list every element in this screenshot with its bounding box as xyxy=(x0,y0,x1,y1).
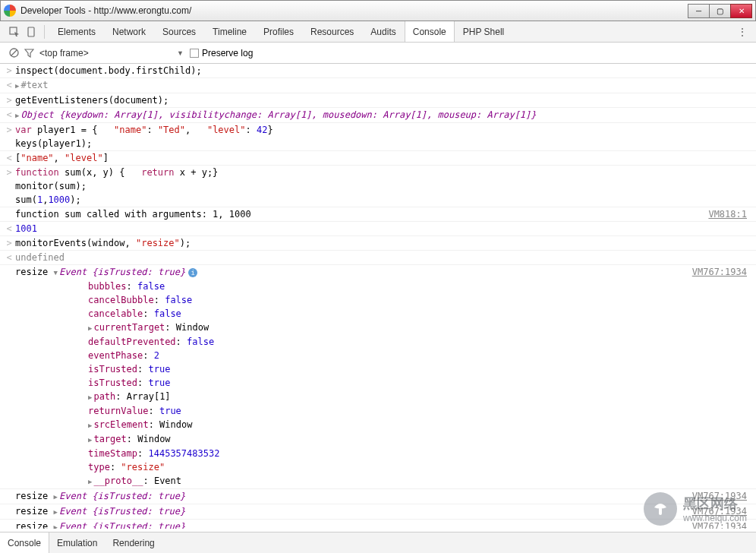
input-marker: > xyxy=(3,93,15,107)
clear-icon[interactable] xyxy=(6,48,21,58)
inspect-icon[interactable] xyxy=(6,27,23,37)
console-content: inspect(document.body.firstChild); xyxy=(15,64,753,77)
blank-marker xyxy=(3,504,15,519)
console-row: resize ▼Event {isTrusted: true}ibubbles:… xyxy=(0,265,756,489)
input-marker: > xyxy=(3,236,15,250)
console-row: resize ▶Event {isTrusted: true}VM767:193… xyxy=(0,520,756,529)
drawer-tabs: ConsoleEmulationRendering xyxy=(0,532,756,553)
source-link[interactable]: VM767:1934 xyxy=(692,265,753,488)
console-row: <▶#text xyxy=(0,78,756,93)
drawer-tab-console[interactable]: Console xyxy=(0,532,49,553)
console-row: resize ▶Event {isTrusted: true}VM767:193… xyxy=(0,489,756,504)
blank-marker xyxy=(3,207,15,221)
console-content: ["name", "level"] xyxy=(15,151,753,165)
input-marker: > xyxy=(3,123,15,150)
tab-elements[interactable]: Elements xyxy=(49,21,104,42)
window-title: Developer Tools - http://www.erongtu.com… xyxy=(20,5,688,16)
console-content: monitorEvents(window, "resize"); xyxy=(15,236,753,250)
console-filterbar: <top frame> ▼ Preserve log xyxy=(0,43,756,64)
output-marker: < xyxy=(3,151,15,165)
minimize-button[interactable]: ─ xyxy=(688,4,710,18)
maximize-button[interactable]: ▢ xyxy=(709,4,731,18)
console-content: resize ▶Event {isTrusted: true} xyxy=(15,520,692,529)
console-content: resize ▶Event {isTrusted: true} xyxy=(15,489,692,504)
chevron-down-icon: ▼ xyxy=(177,49,184,57)
titlebar: Developer Tools - http://www.erongtu.com… xyxy=(0,0,756,21)
output-marker: < xyxy=(3,108,15,122)
blank-marker xyxy=(3,520,15,529)
close-button[interactable]: ✕ xyxy=(730,4,752,18)
panel-tabs: ElementsNetworkSourcesTimelineProfilesRe… xyxy=(49,21,512,42)
console-row: <undefined xyxy=(0,251,756,265)
console-row: >inspect(document.body.firstChild); xyxy=(0,64,756,78)
input-marker: > xyxy=(3,64,15,77)
context-selector[interactable]: <top frame> ▼ xyxy=(39,48,184,58)
console-content: var player1 = { "name": "Ted", "level": … xyxy=(15,123,753,150)
output-marker: < xyxy=(3,251,15,264)
output-marker: < xyxy=(3,78,15,93)
more-icon[interactable]: ⋮ xyxy=(735,26,750,38)
context-label: <top frame> xyxy=(39,48,89,58)
console-row: function sum called with arguments: 1, 1… xyxy=(0,207,756,222)
devtools-toolbar: ElementsNetworkSourcesTimelineProfilesRe… xyxy=(0,21,756,43)
console-output[interactable]: >inspect(document.body.firstChild);<▶#te… xyxy=(0,64,756,529)
window-buttons: ─ ▢ ✕ xyxy=(688,4,752,18)
console-row: <["name", "level"] xyxy=(0,151,756,166)
console-content: function sum called with arguments: 1, 1… xyxy=(15,207,708,221)
filter-icon[interactable] xyxy=(21,48,36,58)
console-content: undefined xyxy=(15,251,753,264)
tab-profiles[interactable]: Profiles xyxy=(255,21,302,42)
watermark-title: 黑区网络 xyxy=(683,495,747,513)
tab-audits[interactable]: Audits xyxy=(362,21,404,42)
console-content: ▶Object {keydown: Array[1], visibilitych… xyxy=(15,108,753,122)
console-row: resize ▶Event {isTrusted: true}VM767:193… xyxy=(0,504,756,520)
source-link[interactable]: VM818:1 xyxy=(708,207,753,221)
device-icon[interactable] xyxy=(23,27,39,37)
console-row: >getEventListeners(document); xyxy=(0,93,756,108)
tab-resources[interactable]: Resources xyxy=(302,21,362,42)
tab-console[interactable]: Console xyxy=(405,21,455,42)
separator xyxy=(44,25,45,39)
tab-network[interactable]: Network xyxy=(104,21,154,42)
tab-sources[interactable]: Sources xyxy=(154,21,204,42)
console-row: <▶Object {keydown: Array[1], visibilityc… xyxy=(0,108,756,123)
preserve-checkbox[interactable] xyxy=(190,49,199,58)
console-content: getEventListeners(document); xyxy=(15,93,753,107)
input-marker: > xyxy=(3,166,15,207)
mushroom-icon xyxy=(644,492,677,526)
console-content: resize ▶Event {isTrusted: true} xyxy=(15,504,692,519)
drawer-tab-rendering[interactable]: Rendering xyxy=(105,532,162,553)
console-content: 1001 xyxy=(15,222,753,235)
svg-line-3 xyxy=(11,50,17,56)
tab-timeline[interactable]: Timeline xyxy=(204,21,255,42)
preserve-label: Preserve log xyxy=(202,48,253,58)
console-row: >monitorEvents(window, "resize"); xyxy=(0,236,756,251)
blank-marker xyxy=(3,489,15,504)
output-marker: < xyxy=(3,222,15,235)
watermark-url: www.heiqu.com xyxy=(683,513,747,523)
console-content: ▶#text xyxy=(15,78,753,93)
svg-rect-1 xyxy=(28,27,34,36)
console-row: >function sum(x, y) { return x + y;} mon… xyxy=(0,166,756,207)
drawer-tab-emulation[interactable]: Emulation xyxy=(49,532,105,553)
console-content: function sum(x, y) { return x + y;} moni… xyxy=(15,166,753,207)
svg-rect-4 xyxy=(659,507,662,515)
watermark: 黑区网络 www.heiqu.com xyxy=(644,492,747,526)
console-row: <1001 xyxy=(0,222,756,236)
chrome-icon xyxy=(4,5,16,17)
console-row: >var player1 = { "name": "Ted", "level":… xyxy=(0,123,756,151)
tab-php-shell[interactable]: PHP Shell xyxy=(455,21,512,42)
